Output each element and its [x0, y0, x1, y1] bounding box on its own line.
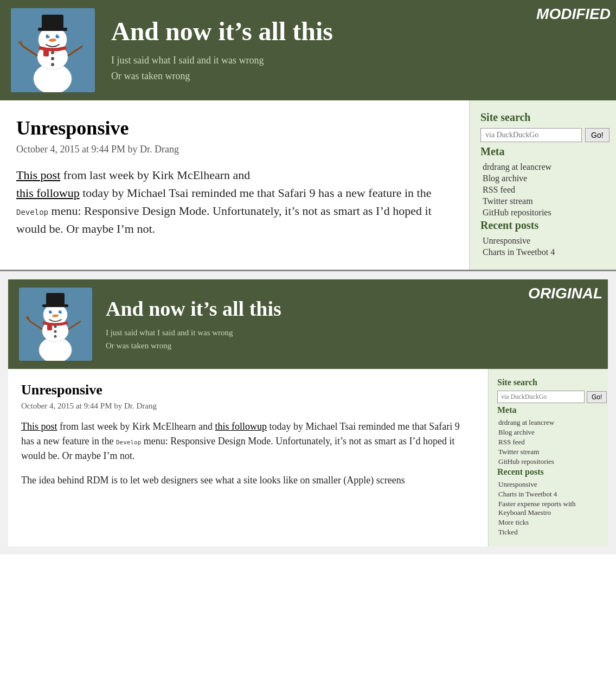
header-text-original: And now it’s all this I just said what I… — [106, 297, 281, 352]
svg-point-11 — [51, 51, 54, 54]
site-subtitle1-modified: I just said what I said and it was wrong — [111, 53, 333, 68]
modified-label: MODIFIED — [536, 5, 611, 23]
content-original: Unresponsive October 4, 2015 at 9:44 PM … — [8, 369, 489, 546]
svg-point-12 — [51, 57, 54, 60]
post-title-modified: Unresponsive — [16, 117, 453, 139]
post-body-part2-modified: today by Michael Tsai reminded me that S… — [82, 186, 431, 200]
post-link2-modified[interactable]: this followup — [16, 186, 80, 200]
site-title-original: And now it’s all this — [106, 297, 281, 321]
post-inline-code-modified: Develop — [16, 208, 48, 216]
svg-rect-24 — [46, 293, 65, 305]
post-link1-original[interactable]: This post — [21, 421, 57, 432]
avatar-original — [19, 288, 92, 361]
meta-link-2-original[interactable]: RSS feed — [497, 438, 599, 447]
sidebar-search-section-modified: Site search Go! — [480, 111, 605, 142]
search-title-modified: Site search — [480, 111, 605, 124]
content-modified: Unresponsive October 4, 2015 at 9:44 PM … — [0, 100, 470, 270]
sidebar-recent-section-original: Recent posts Unresponsive Charts in Twee… — [497, 467, 599, 537]
recent-title-modified: Recent posts — [480, 219, 605, 232]
search-row-modified: Go! — [480, 128, 605, 142]
search-button-modified[interactable]: Go! — [585, 128, 609, 142]
sidebar-meta-section-original: Meta drdrang at leancrew Blog archive RS… — [497, 405, 599, 466]
recent-link-2-original[interactable]: Faster expense reports with Keyboard Mae… — [497, 500, 599, 517]
recent-link-4-original[interactable]: Ticked — [497, 528, 599, 537]
site-subtitle2-original: Or was taken wrong — [106, 339, 281, 352]
meta-link-1-modified[interactable]: Blog archive — [480, 174, 605, 183]
search-row-original: Go! — [497, 391, 599, 403]
recent-link-0-original[interactable]: Unresponsive — [497, 480, 599, 489]
header-text-modified: And now it’s all this I just said what I… — [111, 16, 333, 84]
svg-point-8 — [48, 35, 49, 36]
svg-point-6 — [46, 35, 50, 39]
recent-title-original: Recent posts — [497, 467, 599, 477]
search-title-original: Site search — [497, 378, 599, 387]
recent-link-0-modified[interactable]: Unresponsive — [480, 236, 605, 246]
site-title-modified: And now it’s all this — [111, 16, 333, 46]
sidebar-original: Site search Go! Meta drdrang at leancrew… — [489, 369, 608, 546]
meta-link-1-original[interactable]: Blog archive — [497, 428, 599, 437]
sidebar-recent-section-modified: Recent posts Unresponsive Charts in Twee… — [480, 219, 605, 257]
meta-link-4-modified[interactable]: GitHub repositories — [480, 208, 605, 218]
svg-point-27 — [51, 311, 52, 312]
meta-title-modified: Meta — [480, 145, 605, 158]
meta-link-2-modified[interactable]: RSS feed — [480, 185, 605, 195]
header-original: And now it’s all this I just said what I… — [8, 279, 608, 369]
svg-point-31 — [54, 330, 57, 333]
svg-rect-33 — [47, 323, 52, 330]
post-link2-original[interactable]: this followup — [215, 421, 267, 432]
post-inline-code-original: Develop — [116, 439, 141, 446]
post-body-original: This post from last week by Kirk McElhea… — [21, 419, 475, 488]
post-body-modified: This post from last week by Kirk McElhea… — [16, 166, 453, 238]
meta-link-0-original[interactable]: drdrang at leancrew — [497, 418, 599, 427]
header-modified: And now it’s all this I just said what I… — [0, 0, 616, 100]
main-original: Unresponsive October 4, 2015 at 9:44 PM … — [8, 369, 608, 546]
post-title-original: Unresponsive — [21, 382, 475, 398]
site-subtitle2-modified: Or was taken wrong — [111, 68, 333, 84]
original-label: ORIGINAL — [528, 285, 602, 302]
original-section: And now it’s all this I just said what I… — [0, 271, 616, 554]
post-body-part1-modified: from last week by Kirk McElhearn and — [63, 168, 251, 182]
svg-point-9 — [57, 35, 59, 36]
avatar-modified — [11, 8, 95, 92]
sidebar-modified: Site search Go! Meta drdrang at leancrew… — [470, 100, 616, 270]
svg-rect-14 — [43, 48, 49, 56]
post-link1-modified[interactable]: This post — [16, 168, 60, 182]
recent-link-1-original[interactable]: Charts in Tweetbot 4 — [497, 490, 599, 499]
meta-link-0-modified[interactable]: drdrang at leancrew — [480, 162, 605, 172]
meta-link-4-original[interactable]: GitHub repositories — [497, 457, 599, 466]
meta-link-3-original[interactable]: Twitter stream — [497, 448, 599, 456]
search-button-original[interactable]: Go! — [587, 391, 607, 403]
post-meta-original: October 4, 2015 at 9:44 PM by Dr. Drang — [21, 401, 475, 411]
search-input-modified[interactable] — [480, 128, 582, 142]
recent-link-3-original[interactable]: More ticks — [497, 518, 599, 527]
svg-point-7 — [56, 35, 60, 39]
site-subtitle1-original: I just said what I said and it was wrong — [106, 326, 281, 339]
svg-point-28 — [61, 311, 62, 312]
recent-link-1-modified[interactable]: Charts in Tweetbot 4 — [480, 247, 605, 257]
sidebar-search-section-original: Site search Go! — [497, 378, 599, 403]
search-input-original[interactable] — [497, 391, 585, 403]
post-meta-modified: October 4, 2015 at 9:44 PM by Dr. Drang — [16, 144, 453, 155]
svg-point-32 — [54, 335, 57, 338]
post-body-part3-modified: menu: Responsive Design Mode. Unfortunat… — [16, 204, 432, 235]
meta-link-3-modified[interactable]: Twitter stream — [480, 196, 605, 206]
post-body-part4-original: The idea behind RDM is to let web design… — [21, 475, 405, 486]
svg-point-13 — [51, 63, 54, 66]
post-body-part1-original: from last week by Kirk McElhearn and — [60, 421, 213, 432]
sidebar-meta-section-modified: Meta drdrang at leancrew Blog archive RS… — [480, 145, 605, 218]
meta-title-original: Meta — [497, 405, 599, 415]
svg-rect-5 — [42, 15, 63, 29]
main-modified: Unresponsive October 4, 2015 at 9:44 PM … — [0, 100, 616, 271]
